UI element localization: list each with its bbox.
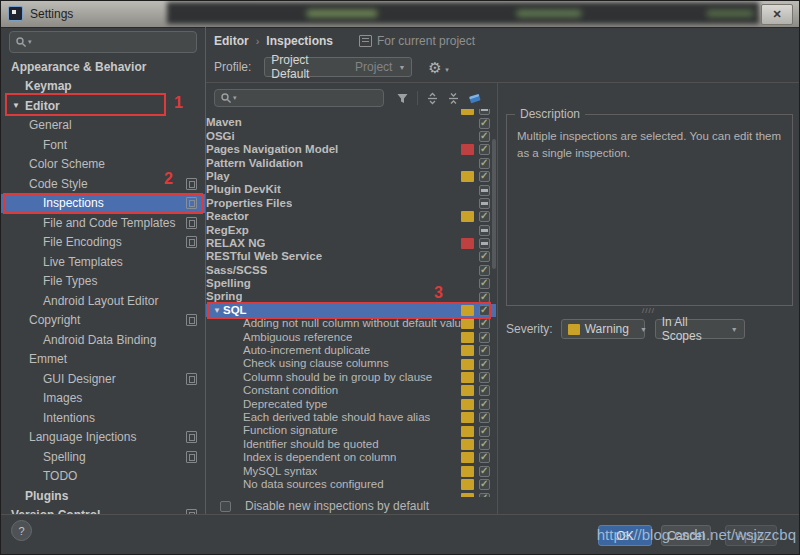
inspection-checkbox[interactable] — [479, 118, 490, 129]
sidebar-item-todo[interactable]: TODO — [1, 467, 205, 487]
inspection-row-constant-condition[interactable]: Constant condition — [206, 384, 496, 397]
sidebar-item-live-templates[interactable]: Live Templates — [1, 252, 205, 272]
scope-select[interactable]: In All Scopes — [655, 319, 745, 339]
inspection-row-partial[interactable] — [206, 491, 496, 497]
inspection-checkbox[interactable] — [479, 131, 490, 142]
inspection-checkbox[interactable] — [479, 278, 490, 289]
sidebar-item-file-encodings[interactable]: File Encodings — [1, 233, 205, 253]
filter-icon[interactable] — [394, 90, 411, 106]
sidebar-item-language-injections[interactable]: Language Injections — [1, 428, 205, 448]
inspection-checkbox[interactable] — [479, 466, 490, 477]
inspection-checkbox[interactable] — [479, 171, 490, 182]
inspection-checkbox[interactable] — [479, 109, 490, 115]
inspection-row-reactor[interactable]: Reactor — [206, 210, 496, 223]
sidebar-item-copyright[interactable]: Copyright — [1, 311, 205, 331]
resize-grip[interactable] — [642, 306, 655, 315]
inspection-checkbox[interactable] — [479, 479, 490, 490]
help-button[interactable]: ? — [11, 520, 32, 541]
inspection-row-play[interactable]: Play — [206, 170, 496, 183]
inspection-row-each-derived-table-should-have-alias[interactable]: Each derived table should have alias — [206, 411, 496, 424]
breadcrumb-editor[interactable]: Editor — [214, 34, 249, 48]
apply-button[interactable]: Apply — [725, 525, 777, 546]
inspection-checkbox[interactable] — [479, 251, 490, 262]
inspection-checkbox[interactable] — [479, 318, 490, 329]
inspection-checkbox[interactable] — [479, 305, 490, 316]
sidebar-item-general[interactable]: General — [1, 116, 205, 136]
inspection-row-index-is-dependent-on-column[interactable]: Index is dependent on column — [206, 451, 496, 464]
inspection-row-partial[interactable] — [206, 109, 496, 116]
inspection-checkbox[interactable] — [479, 359, 490, 370]
inspection-checkbox[interactable] — [479, 372, 490, 383]
inspection-row-check-using-clause-columns[interactable]: Check using clause columns — [206, 357, 496, 370]
inspection-row-regexp[interactable]: RegExp — [206, 224, 496, 237]
sidebar-item-color-scheme[interactable]: Color Scheme — [1, 155, 205, 175]
sidebar-item-appearance-behavior[interactable]: Appearance & Behavior — [1, 57, 205, 77]
inspection-row-relax-ng[interactable]: RELAX NG — [206, 237, 496, 250]
titlebar[interactable]: Settings ✕ — [1, 1, 799, 28]
inspection-checkbox[interactable] — [479, 265, 490, 276]
sidebar-item-file-and-code-templates[interactable]: File and Code Templates — [1, 213, 205, 233]
inspection-row-sql[interactable]: SQL — [206, 304, 496, 317]
inspection-checkbox[interactable] — [479, 158, 490, 169]
inspection-row-restful-web-service[interactable]: RESTful Web Service — [206, 250, 496, 263]
close-button[interactable]: ✕ — [761, 4, 793, 25]
sidebar-item-plugins[interactable]: Plugins — [1, 486, 205, 506]
inspection-row-properties-files[interactable]: Properties Files — [206, 197, 496, 210]
inspection-row-spring[interactable]: Spring — [206, 290, 496, 303]
sidebar-item-spelling[interactable]: Spelling — [1, 447, 205, 467]
sidebar-item-code-style[interactable]: Code Style — [1, 174, 205, 194]
inspection-checkbox[interactable] — [479, 225, 490, 236]
sidebar-item-file-types[interactable]: File Types — [1, 272, 205, 292]
inspection-checkbox[interactable] — [479, 185, 490, 196]
profile-select[interactable]: Project Default Project — [264, 57, 412, 77]
inspection-row-auto-increment-duplicate[interactable]: Auto-increment duplicate — [206, 344, 496, 357]
inspection-row-column-should-be-in-group-by-clause[interactable]: Column should be in group by clause — [206, 371, 496, 384]
inspection-row-function-signature[interactable]: Function signature — [206, 424, 496, 437]
inspection-row-osgi[interactable]: OSGi — [206, 130, 496, 143]
inspection-checkbox[interactable] — [479, 412, 490, 423]
inspection-checkbox[interactable] — [479, 332, 490, 343]
chevron-down-icon[interactable] — [211, 304, 223, 317]
inspection-row-pages-navigation-model[interactable]: Pages Navigation Model — [206, 143, 496, 156]
inspection-checkbox[interactable] — [479, 144, 490, 155]
inspection-row-plugin-devkit[interactable]: Plugin DevKit — [206, 183, 496, 196]
sidebar-item-keymap[interactable]: Keymap — [1, 77, 205, 97]
inspection-checkbox[interactable] — [479, 238, 490, 249]
sidebar-item-android-data-binding[interactable]: Android Data Binding — [1, 330, 205, 350]
search-options-caret-icon[interactable] — [28, 38, 32, 46]
gear-icon[interactable] — [428, 60, 441, 75]
collapse-all-icon[interactable] — [445, 90, 462, 106]
severity-select[interactable]: Warning — [561, 319, 645, 339]
inspection-row-maven[interactable]: Maven — [206, 116, 496, 129]
inspection-row-no-data-sources-configured[interactable]: No data sources configured — [206, 478, 496, 491]
sidebar-search-input[interactable] — [9, 31, 197, 53]
inspection-row-sass-scss[interactable]: Sass/SCSS — [206, 264, 496, 277]
sidebar-item-android-layout-editor[interactable]: Android Layout Editor — [1, 291, 205, 311]
cancel-button[interactable]: Cancel — [661, 525, 711, 546]
inspection-checkbox[interactable] — [479, 493, 490, 497]
sidebar-item-gui-designer[interactable]: GUI Designer — [1, 369, 205, 389]
inspection-checkbox[interactable] — [479, 399, 490, 410]
inspection-checkbox[interactable] — [479, 345, 490, 356]
ok-button[interactable]: OK — [598, 525, 652, 546]
inspection-checkbox[interactable] — [479, 439, 490, 450]
inspection-checkbox[interactable] — [479, 292, 490, 303]
inspection-row-spelling[interactable]: Spelling — [206, 277, 496, 290]
inspection-checkbox[interactable] — [479, 385, 490, 396]
sidebar-item-inspections[interactable]: Inspections — [1, 194, 205, 214]
chevron-down-icon[interactable] — [9, 101, 23, 110]
inspection-row-adding-not-null-column-without-default-value[interactable]: Adding not null column without default v… — [206, 317, 496, 330]
inspection-row-ambiguous-reference[interactable]: Ambiguous reference — [206, 331, 496, 344]
inspections-search-input[interactable] — [214, 89, 384, 107]
sidebar-item-editor[interactable]: Editor — [1, 96, 205, 116]
disable-new-inspections-checkbox[interactable] — [220, 501, 231, 512]
expand-all-icon[interactable] — [424, 90, 441, 106]
sidebar-item-emmet[interactable]: Emmet — [1, 350, 205, 370]
sidebar-item-font[interactable]: Font — [1, 135, 205, 155]
inspection-row-identifier-should-be-quoted[interactable]: Identifier should be quoted — [206, 438, 496, 451]
inspection-checkbox[interactable] — [479, 452, 490, 463]
inspection-row-deprecated-type[interactable]: Deprecated type — [206, 398, 496, 411]
disable-new-inspections-row[interactable]: Disable new inspections by default — [215, 499, 429, 513]
inspection-row-pattern-validation[interactable]: Pattern Validation — [206, 157, 496, 170]
inspection-checkbox[interactable] — [479, 198, 490, 209]
